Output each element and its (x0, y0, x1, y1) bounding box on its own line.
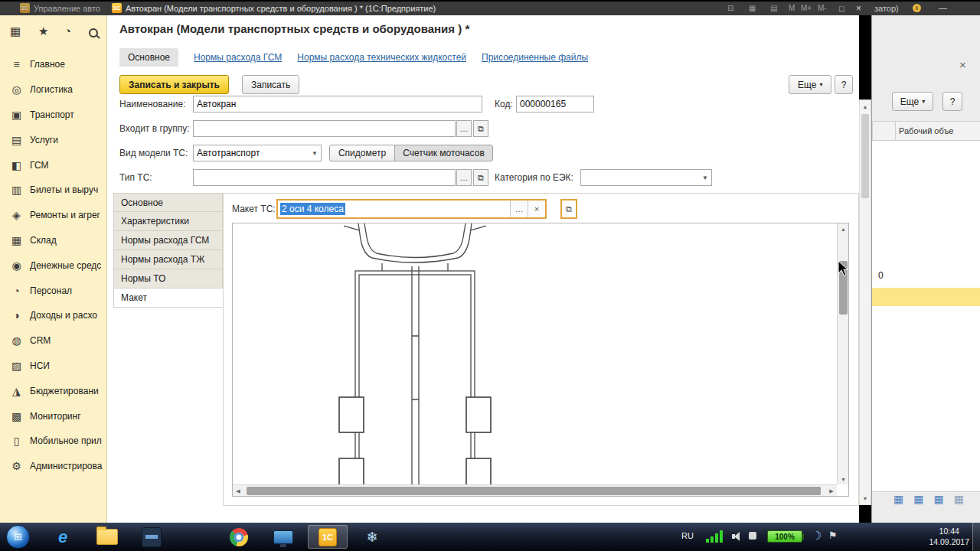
sidebar-item-sklad[interactable]: ▦Склад (0, 228, 106, 253)
speaker-icon[interactable] (732, 532, 742, 541)
group-choose-button[interactable]: … (456, 120, 472, 137)
hscroll-thumb[interactable] (247, 487, 821, 495)
help-button[interactable]: ? (835, 75, 853, 94)
calculator-icon[interactable]: ▤ (770, 4, 777, 12)
selected-row-highlight[interactable] (872, 288, 980, 306)
signal-bars-icon[interactable] (706, 530, 723, 543)
background-minimize-icon[interactable]: — (939, 3, 947, 12)
code-field[interactable]: 000000165 (516, 96, 594, 112)
sidebar-item-nsi[interactable]: ▨НСИ (0, 354, 106, 379)
help-button[interactable]: ? (942, 92, 962, 111)
taskbar-1c-button[interactable]: 1С (308, 525, 348, 549)
maket-clear-button[interactable]: × (528, 201, 545, 217)
sections-menu-icon[interactable]: ▦ (10, 24, 21, 38)
taskbar-services-button[interactable]: ❄ (352, 525, 392, 549)
drawing-hscrollbar[interactable]: ◀ ▶ (233, 484, 837, 497)
form-vscrollbar[interactable]: ▲ ▼ (859, 99, 871, 505)
type-choose-button[interactable]: … (456, 169, 472, 186)
sidebar-item-logistika[interactable]: ◎Логистика (0, 77, 106, 103)
info-icon[interactable]: i (913, 4, 921, 12)
sidebar-item-uslugi[interactable]: ▤Услуги (0, 127, 106, 152)
flag-icon[interactable]: ⚑ (828, 530, 838, 541)
show-desktop-button[interactable] (972, 523, 980, 551)
scroll-down-icon[interactable]: ▼ (838, 474, 849, 484)
section-tab-maket[interactable]: Макет (113, 289, 223, 308)
section-tab-normy-tzh[interactable]: Нормы расхода ТЖ (113, 250, 223, 269)
close-icon[interactable]: × (959, 58, 966, 71)
tab-normy-gsm[interactable]: Нормы расхода ГСМ (194, 52, 282, 63)
maket-field[interactable]: 2 оси 4 колеса … × (276, 199, 547, 219)
taskbar-ie-button[interactable]: e (43, 525, 83, 549)
close-button[interactable]: × (856, 3, 861, 14)
sidebar-item-mobile[interactable]: ▯Мобильное прил (0, 429, 106, 454)
memory-mplus-button[interactable]: M+ (801, 4, 812, 12)
sidebar-item-gsm[interactable]: ◧ГСМ (0, 152, 106, 178)
favorites-star-icon[interactable]: ★ (38, 24, 48, 38)
memory-m-button[interactable]: M (789, 4, 795, 12)
sidebar-item-dohody[interactable]: ◑Доходы и расхо (0, 303, 106, 328)
start-button[interactable]: ⊞ (6, 525, 30, 549)
model-kind-combo[interactable]: Автотранспорт▼ (193, 145, 322, 161)
memory-mminus-button[interactable]: M- (818, 4, 827, 12)
maket-choose-button[interactable]: … (510, 201, 528, 217)
section-tab-normy-to[interactable]: Нормы ТО (113, 269, 223, 289)
scroll-left-icon[interactable]: ◀ (233, 485, 243, 497)
tab-prisoedinennye-fayly[interactable]: Присоединенные файлы (482, 52, 588, 63)
tab-osnovnoe[interactable]: Основное (119, 48, 178, 67)
taskbar-chrome-button[interactable] (219, 525, 259, 549)
save-and-close-button[interactable]: Записать и закрыть (119, 75, 229, 94)
search-icon[interactable] (89, 28, 98, 37)
code-label: Код: (495, 99, 513, 109)
maximize-button[interactable]: □ (839, 4, 844, 13)
form-scroll-thumb[interactable] (861, 114, 869, 198)
language-indicator[interactable]: RU (681, 531, 694, 540)
clock[interactable]: 10:44 14.09.2017 (929, 526, 969, 547)
moon-icon[interactable]: ☽ (812, 529, 822, 543)
speedometer-toggle[interactable]: Спидометр (329, 145, 395, 161)
save-button[interactable]: Записать (242, 75, 299, 94)
tab-normy-zhidkostey[interactable]: Нормы расхода технических жидкостей (297, 52, 466, 63)
hour-meter-toggle[interactable]: Счетчик моточасов (394, 145, 493, 161)
background-window-tab[interactable]: Управление авто (34, 4, 100, 13)
taskbar-explorer-button[interactable] (87, 525, 127, 549)
history-icon[interactable]: ◔ (64, 24, 71, 37)
table-icon[interactable]: ▦ (954, 493, 964, 505)
battery-indicator[interactable]: 100% (767, 530, 802, 543)
sidebar-item-glavnoe[interactable]: ≡Главное (0, 52, 106, 77)
more-button[interactable]: Еще▾ (892, 92, 933, 111)
calendar-icon[interactable]: ▦ (749, 4, 756, 12)
sidebar-item-transport[interactable]: ▣Транспорт (0, 103, 106, 128)
name-field[interactable]: Автокран (193, 96, 482, 112)
section-tab-normy-gsm[interactable]: Нормы расхода ГСМ (113, 231, 223, 250)
sidebar-item-budget[interactable]: ◮Бюджетировани (0, 378, 106, 403)
sidebar-item-remonty[interactable]: ◈Ремонты и агрег (0, 203, 106, 228)
sidebar-item-personal[interactable]: ◔Персонал (0, 278, 106, 303)
sidebar-item-monitoring[interactable]: ▩Мониторинг (0, 403, 106, 429)
scroll-up-icon[interactable]: ▲ (860, 102, 871, 111)
table-icon[interactable]: ▦ (913, 493, 923, 505)
list-column-header[interactable] (872, 121, 896, 141)
table-icon[interactable]: ▦ (893, 493, 903, 505)
group-field[interactable] (193, 120, 456, 137)
scroll-down-icon[interactable]: ▼ (860, 494, 871, 503)
scroll-up-icon[interactable]: ▲ (838, 223, 849, 234)
list-column-header-volume[interactable]: Рабочий объе (895, 121, 980, 141)
section-tab-osnovnoe[interactable]: Основное (113, 193, 223, 212)
section-tab-harakteristiki[interactable]: Характеристики (113, 212, 223, 231)
sidebar-item-crm[interactable]: ◍CRM (0, 328, 106, 354)
type-field[interactable] (193, 169, 456, 186)
print-icon[interactable]: ⊟ (727, 4, 733, 12)
group-open-icon[interactable]: ⧉ (473, 120, 488, 137)
tray-icon[interactable] (749, 532, 756, 540)
sidebar-item-dengi[interactable]: ◉Денежные средс (0, 253, 106, 278)
taskbar-display-button[interactable] (263, 525, 303, 549)
scroll-right-icon[interactable]: ▶ (826, 485, 837, 497)
sidebar-item-bilety[interactable]: ▥Билеты и выруч (0, 178, 106, 203)
type-open-icon[interactable]: ⧉ (473, 169, 488, 186)
maket-open-icon[interactable]: ⧉ (560, 199, 577, 219)
table-icon[interactable]: ▦ (933, 493, 943, 505)
more-button[interactable]: Еще▾ (789, 75, 831, 94)
taskbar-app-button[interactable] (132, 525, 172, 549)
eek-category-combo[interactable]: ▼ (580, 169, 712, 186)
sidebar-item-admin[interactable]: ⚙Администрирова (0, 454, 106, 479)
